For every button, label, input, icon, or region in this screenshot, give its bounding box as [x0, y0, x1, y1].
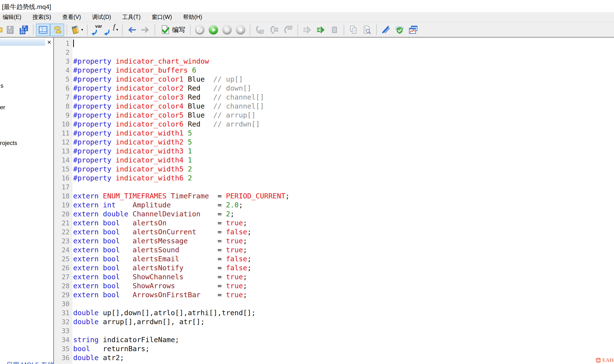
menu-search[interactable]: 搜索(S) — [27, 13, 57, 21]
breakpoint-button[interactable] — [328, 24, 341, 36]
navigator-header: ✕ — [0, 39, 53, 46]
code-line[interactable]: extern bool ShowArrows = true; — [73, 281, 614, 290]
code-line[interactable] — [73, 39, 614, 48]
stop-debug-button[interactable] — [234, 24, 247, 36]
line-number: 32 — [54, 317, 72, 326]
continue-button[interactable] — [314, 24, 328, 36]
start-debug-button[interactable] — [207, 24, 220, 36]
function-dropdown-arrow[interactable]: ▼ — [116, 28, 119, 32]
code-line[interactable]: #property indicator_width1 5 — [73, 129, 614, 138]
navigator-folders-button[interactable] — [50, 24, 64, 36]
code-line[interactable]: extern bool alertsOnCurrent = false; — [73, 228, 614, 236]
save-button[interactable] — [3, 24, 17, 36]
restart-debug-button[interactable] — [193, 24, 207, 36]
code-line[interactable]: extern bool ArrowsOnFirstBar = true; — [73, 290, 614, 299]
code-line[interactable]: #property indicator_width5 2 — [73, 165, 614, 174]
line-number: 4 — [54, 66, 72, 75]
dictionary-dropdown-arrow[interactable]: ▼ — [81, 28, 84, 32]
step-out-button[interactable] — [281, 24, 295, 36]
tree-item-fragment[interactable]: rojects — [0, 140, 17, 146]
code-editor[interactable]: 1234567891011121314151617181920212223242… — [54, 38, 614, 364]
code-line[interactable]: bool returnBars; — [73, 344, 614, 353]
next-statement-button[interactable] — [300, 24, 314, 36]
step-over-button[interactable] — [267, 24, 281, 36]
insert-variable-icon — [91, 29, 98, 36]
menu-window[interactable]: 窗口(W) — [146, 13, 177, 21]
metaeditor-window: [最牛趋势线.mq4] 编辑(E) 搜索(S) 查看(V) 调试(D) 工具(T… — [0, 0, 614, 364]
close-icon[interactable]: ✕ — [45, 39, 53, 46]
insert-variable-button[interactable]: var — [90, 24, 104, 36]
chart-window-button[interactable] — [406, 24, 420, 36]
line-number: 5 — [54, 75, 72, 84]
code-line[interactable]: extern int Amplitude = 2.0; — [73, 201, 614, 209]
toolbar-separator — [298, 25, 298, 35]
code-line[interactable]: extern double ChannelDeviation = 2; — [73, 209, 614, 219]
enable-mql5-storage-link[interactable]: 启用 MQL5 存储 — [6, 361, 53, 364]
code-line[interactable]: #property indicator_width3 1 — [73, 147, 614, 156]
menu-edit[interactable]: 编辑(E) — [0, 13, 27, 21]
code-line[interactable]: #property indicator_width2 5 — [73, 138, 614, 147]
save-all-button[interactable] — [17, 24, 31, 36]
text-cursor — [73, 39, 74, 47]
code-line[interactable] — [73, 299, 614, 308]
profiler-button[interactable] — [360, 24, 374, 36]
profiler-icon — [362, 25, 372, 35]
copy-button[interactable] — [347, 24, 360, 36]
menu-debug[interactable]: 调试(D) — [86, 13, 117, 21]
code-line[interactable]: #property indicator_color1 Blue // up[] — [73, 75, 614, 84]
code-lines[interactable]: #property indicator_chart_window#propert… — [72, 38, 614, 364]
code-line[interactable]: extern bool ShowChannels = true; — [73, 273, 614, 281]
code-line[interactable]: #property indicator_width4 1 — [73, 156, 614, 165]
back-arrow-icon — [127, 26, 136, 34]
line-number: 19 — [54, 201, 72, 209]
code-line[interactable]: extern bool alertsMessage = true; — [73, 236, 614, 246]
compile-button[interactable]: 编写 — [158, 24, 188, 36]
code-line[interactable]: double arrup[],arrdwn[], atr[]; — [73, 317, 614, 326]
code-line[interactable]: #property indicator_color5 Blue // arrup… — [73, 111, 614, 120]
menu-tools[interactable]: 工具(T) — [117, 13, 146, 21]
code-line[interactable]: extern bool alertsSound = true; — [73, 246, 614, 255]
code-line[interactable]: extern bool alertsOn = true; — [73, 219, 614, 228]
toolbar-separator — [344, 25, 344, 35]
tree-item-fragment[interactable]: er — [0, 104, 5, 111]
code-line[interactable] — [73, 48, 614, 57]
code-line[interactable]: double up[],down[],atrlo[],atrhi[],trend… — [73, 308, 614, 317]
code-line[interactable]: extern ENUM_TIMEFRAMES TimeFrame = PERIO… — [73, 192, 614, 201]
dictionary-button[interactable]: ▼ — [69, 24, 85, 36]
line-number: 10 — [54, 120, 72, 129]
insert-function-button[interactable]: f ▼ — [104, 24, 120, 36]
navigator-panel: ✕ s er rojects 启用 MQL5 存储 — [0, 38, 53, 364]
function-label: f — [113, 23, 115, 31]
next-statement-icon — [302, 25, 312, 35]
watermark-label: EAHub — [602, 357, 614, 363]
back-button[interactable] — [125, 24, 138, 36]
styler-button[interactable] — [379, 24, 393, 36]
code-line[interactable]: #property indicator_color2 Red // down[] — [73, 84, 614, 93]
code-line[interactable] — [73, 326, 614, 335]
menu-view[interactable]: 查看(V) — [57, 13, 86, 21]
code-line[interactable]: #property indicator_width6 2 — [73, 174, 614, 182]
layout-toggle-button[interactable] — [36, 24, 50, 36]
code-line[interactable]: #property indicator_chart_window — [73, 57, 614, 66]
client-area: ✕ s er rojects 启用 MQL5 存储 12345678910111… — [0, 38, 614, 364]
mql5-storage-button[interactable] — [393, 24, 406, 36]
code-line[interactable]: #property indicator_color6 Red // arrdwn… — [73, 120, 614, 129]
navigator-caption[interactable] — [0, 39, 45, 46]
code-line[interactable]: double atr2; — [73, 353, 614, 362]
code-line[interactable]: #property indicator_color3 Red // channe… — [73, 93, 614, 102]
code-line[interactable] — [73, 182, 614, 192]
code-line[interactable]: #property indicator_color4 Blue // chann… — [73, 102, 614, 111]
code-line[interactable]: extern bool alertsNotify = false; — [73, 263, 614, 273]
code-line[interactable]: #property indicator_buffers 6 — [73, 66, 614, 75]
dictionary-book-icon — [70, 25, 80, 35]
menu-help[interactable]: 帮助(H) — [177, 13, 208, 21]
code-line[interactable]: extern bool alertsEmail = false; — [73, 255, 614, 263]
line-number: 16 — [54, 174, 72, 182]
open-button-clipped[interactable] — [0, 24, 3, 36]
step-into-button[interactable] — [253, 24, 267, 36]
tree-item-fragment[interactable]: s — [0, 82, 3, 89]
pause-debug-button[interactable] — [220, 24, 234, 36]
code-line[interactable]: string indicatorFileName; — [73, 335, 614, 344]
forward-button[interactable] — [138, 24, 152, 36]
breakpoint-icon — [330, 25, 339, 35]
